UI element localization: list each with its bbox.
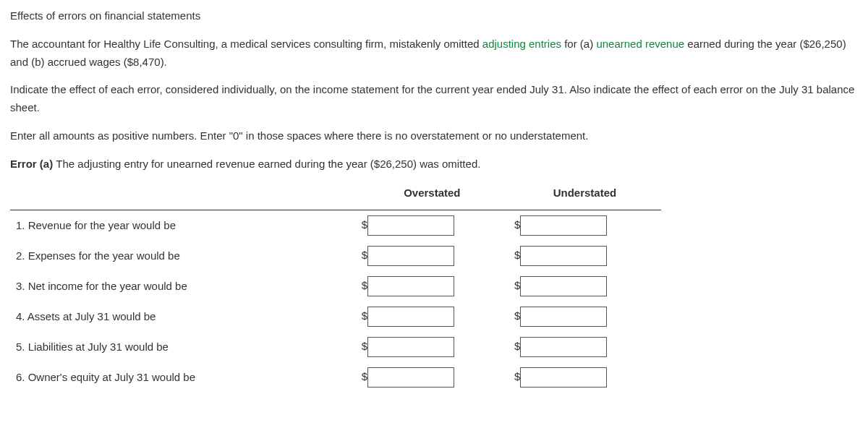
para1-pre: The accountant for Healthy Life Consulti… <box>10 38 482 50</box>
table-header-overstated: Overstated <box>356 180 509 210</box>
table-row: 6. Owner's equity at July 31 would be $ … <box>10 362 661 393</box>
row-label: 3. Net income for the year would be <box>10 271 356 301</box>
page-title: Effects of errors on financial statement… <box>10 7 858 25</box>
row-label: 4. Assets at July 31 would be <box>10 301 356 332</box>
row-5-overstated-input[interactable] <box>367 337 454 357</box>
currency-symbol: $ <box>362 216 367 234</box>
currency-symbol: $ <box>362 277 367 295</box>
currency-symbol: $ <box>514 277 520 295</box>
link-adjusting-entries[interactable]: adjusting entries <box>482 38 561 50</box>
table-row: 3. Net income for the year would be $ $ <box>10 271 661 301</box>
row-label: 1. Revenue for the year would be <box>10 210 356 241</box>
row-5-understated-input[interactable] <box>520 337 607 357</box>
row-4-understated-input[interactable] <box>520 307 607 327</box>
row-3-overstated-input[interactable] <box>367 276 454 296</box>
currency-symbol: $ <box>362 368 367 386</box>
table-row: 4. Assets at July 31 would be $ $ <box>10 301 661 332</box>
intro-paragraph-1: The accountant for Healthy Life Consulti… <box>10 35 858 72</box>
currency-symbol: $ <box>514 307 520 325</box>
para1-mid: for (a) <box>561 38 596 50</box>
table-row: 5. Liabilities at July 31 would be $ $ <box>10 332 661 362</box>
table-row: 1. Revenue for the year would be $ $ <box>10 210 661 241</box>
currency-symbol: $ <box>362 338 367 356</box>
currency-symbol: $ <box>362 247 367 265</box>
row-2-overstated-input[interactable] <box>367 246 454 266</box>
row-1-understated-input[interactable] <box>520 215 607 236</box>
table-header-blank <box>10 180 356 210</box>
row-2-understated-input[interactable] <box>520 246 607 266</box>
intro-paragraph-2: Indicate the effect of each error, consi… <box>10 81 858 117</box>
row-label: 2. Expenses for the year would be <box>10 241 356 271</box>
link-unearned-revenue[interactable]: unearned revenue <box>596 38 684 50</box>
error-a-label: Error (a) <box>10 158 56 170</box>
currency-symbol: $ <box>514 368 520 386</box>
effects-table: Overstated Understated 1. Revenue for th… <box>10 180 661 393</box>
table-header-understated: Understated <box>509 180 661 210</box>
row-6-understated-input[interactable] <box>520 367 607 388</box>
row-1-overstated-input[interactable] <box>367 215 454 236</box>
error-a-text: The adjusting entry for unearned revenue… <box>56 158 480 170</box>
currency-symbol: $ <box>514 247 520 265</box>
intro-paragraph-3: Enter all amounts as positive numbers. E… <box>10 127 858 145</box>
table-row: 2. Expenses for the year would be $ $ <box>10 241 661 271</box>
row-6-overstated-input[interactable] <box>367 367 454 388</box>
currency-symbol: $ <box>514 338 520 356</box>
row-label: 6. Owner's equity at July 31 would be <box>10 362 356 393</box>
row-3-understated-input[interactable] <box>520 276 607 296</box>
currency-symbol: $ <box>362 307 367 325</box>
error-a-heading: Error (a) The adjusting entry for unearn… <box>10 155 858 174</box>
row-4-overstated-input[interactable] <box>367 307 454 327</box>
row-label: 5. Liabilities at July 31 would be <box>10 332 356 362</box>
currency-symbol: $ <box>514 216 520 234</box>
